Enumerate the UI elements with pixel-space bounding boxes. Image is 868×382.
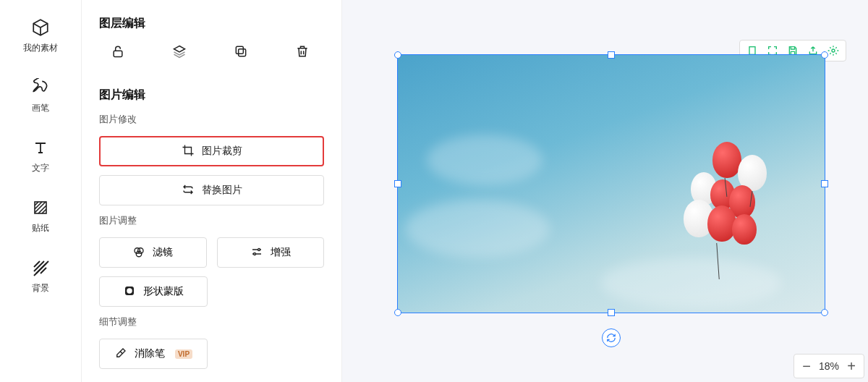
shape-mask-button[interactable]: 形状蒙版 [99, 276, 208, 307]
crop-button[interactable]: 图片裁剪 [99, 136, 324, 166]
enhance-button[interactable]: 增强 [217, 237, 325, 268]
svg-rect-1 [114, 51, 122, 56]
handle-w[interactable] [394, 180, 401, 187]
handle-sw[interactable] [394, 309, 401, 316]
zoom-control: − 18% + [793, 354, 864, 378]
replace-label: 替换图片 [202, 184, 242, 197]
hatch-icon [30, 198, 51, 218]
rotate-handle[interactable] [602, 328, 621, 347]
handle-nw[interactable] [394, 51, 401, 59]
selected-image[interactable] [398, 55, 825, 313]
replace-button[interactable]: 替换图片 [99, 175, 324, 205]
svg-point-12 [832, 49, 835, 52]
edit-panel: 图层编辑 图片编辑 图片修改 图片裁剪 替换图片 图片调整 滤镜 增强 形状蒙版… [82, 0, 342, 382]
diagonal-lines-icon [30, 258, 51, 278]
text-icon [30, 137, 51, 158]
nav-item-sticker[interactable]: 贴纸 [30, 198, 51, 234]
svg-point-10 [127, 288, 132, 294]
nav-label: 我的素材 [23, 42, 58, 54]
shape-icon [123, 284, 136, 300]
layer-actions [99, 41, 324, 75]
crop-label: 图片裁剪 [202, 145, 242, 158]
enhance-label: 增强 [271, 246, 291, 259]
filter-label: 滤镜 [153, 246, 173, 259]
handle-ne[interactable] [821, 51, 828, 59]
left-nav: 我的素材 画笔 文字 贴纸 背景 [0, 0, 82, 382]
image-content [398, 55, 825, 313]
shape-mask-label: 形状蒙版 [143, 285, 184, 298]
handle-se[interactable] [821, 309, 828, 316]
detail-subhead: 细节调整 [99, 315, 324, 328]
svg-rect-11 [749, 47, 755, 55]
svg-point-5 [138, 247, 144, 253]
filter-icon [132, 245, 145, 260]
svg-point-6 [137, 251, 142, 257]
zoom-level: 18% [819, 360, 839, 372]
handle-n[interactable] [608, 51, 615, 59]
layers-button[interactable] [169, 41, 190, 61]
svg-rect-3 [236, 46, 243, 54]
nav-label: 画笔 [32, 102, 49, 114]
delete-button[interactable] [292, 41, 312, 61]
copy-button[interactable] [231, 41, 251, 61]
eraser-label: 消除笔 [135, 347, 165, 360]
nav-item-materials[interactable]: 我的素材 [23, 17, 58, 54]
svg-point-7 [258, 248, 260, 250]
eraser-icon [114, 347, 127, 362]
nav-item-brush[interactable]: 画笔 [30, 77, 51, 114]
canvas-area[interactable]: − 18% + [342, 0, 868, 382]
modify-subhead: 图片修改 [99, 113, 324, 126]
adjust-subhead: 图片调整 [99, 214, 324, 227]
lock-button[interactable] [108, 41, 128, 61]
brush-icon [30, 77, 51, 98]
svg-rect-2 [239, 49, 246, 56]
eraser-button[interactable]: 消除笔 VIP [99, 339, 208, 369]
layer-edit-title: 图层编辑 [99, 16, 324, 31]
nav-label: 文字 [32, 162, 49, 174]
nav-item-background[interactable]: 背景 [30, 258, 51, 294]
zoom-in-button[interactable]: + [846, 359, 856, 373]
filter-button[interactable]: 滤镜 [99, 237, 207, 268]
svg-point-8 [253, 252, 255, 255]
sliders-icon [250, 245, 263, 260]
cube-icon [30, 17, 51, 38]
zoom-out-button[interactable]: − [801, 359, 812, 373]
crop-icon [182, 144, 195, 159]
nav-label: 贴纸 [32, 222, 49, 234]
handle-e[interactable] [821, 180, 828, 187]
handle-s[interactable] [608, 309, 615, 316]
nav-item-text[interactable]: 文字 [30, 137, 51, 174]
image-edit-title: 图片编辑 [99, 88, 324, 103]
nav-label: 背景 [32, 282, 49, 294]
vip-badge: VIP [175, 349, 192, 359]
swap-icon [182, 183, 195, 198]
